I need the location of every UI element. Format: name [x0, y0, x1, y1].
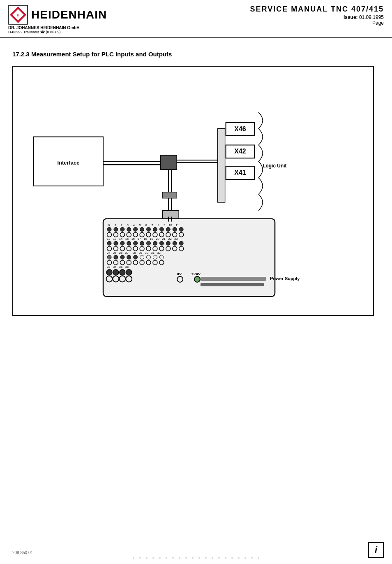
diagram-box: Interface X46 X42 X41 Logic Unit — [12, 66, 374, 316]
svg-point-49 — [113, 232, 118, 237]
svg-point-106 — [114, 255, 118, 259]
svg-text:6: 6 — [145, 223, 147, 227]
svg-text:27: 27 — [125, 251, 129, 255]
svg-point-137 — [177, 276, 183, 282]
svg-point-79 — [153, 241, 157, 245]
svg-text:26: 26 — [119, 251, 122, 255]
svg-point-50 — [120, 232, 125, 237]
svg-point-59 — [179, 232, 184, 237]
svg-text:4: 4 — [133, 223, 135, 227]
svg-text:18: 18 — [144, 237, 147, 241]
svg-text:11: 11 — [175, 223, 179, 227]
company-address: D-83292 Traunreut ☎ (0 86 69) — [8, 30, 107, 34]
svg-point-52 — [133, 232, 138, 237]
svg-text:Logic Unit: Logic Unit — [263, 163, 286, 169]
issue-info: Issue: 01.09.1995 — [250, 14, 384, 20]
svg-text:34: 34 — [113, 265, 116, 269]
svg-point-114 — [107, 260, 112, 265]
svg-text:35: 35 — [119, 265, 122, 269]
svg-rect-9 — [218, 129, 225, 202]
svg-point-134 — [126, 276, 132, 282]
svg-point-132 — [113, 276, 119, 282]
svg-text:19: 19 — [150, 237, 153, 241]
company-name: HEIDENHAIN — [31, 8, 107, 21]
main-content: 17.2.3 Measurement Setup for PLC Inputs … — [0, 38, 392, 324]
svg-point-108 — [127, 255, 131, 259]
logo-top: H HEIDENHAIN — [8, 5, 107, 25]
svg-text:0V: 0V — [177, 272, 182, 276]
svg-point-116 — [120, 260, 125, 265]
svg-point-115 — [113, 260, 118, 265]
svg-point-80 — [159, 241, 164, 245]
svg-point-110 — [140, 255, 144, 259]
svg-text:X41: X41 — [234, 169, 246, 176]
svg-point-120 — [146, 260, 151, 265]
svg-text:15: 15 — [125, 237, 129, 241]
svg-text:0: 0 — [108, 223, 110, 227]
svg-point-85 — [113, 246, 118, 251]
svg-text:7: 7 — [151, 223, 153, 227]
svg-rect-139 — [201, 277, 266, 281]
svg-text:25: 25 — [113, 251, 116, 255]
svg-text:12: 12 — [107, 237, 110, 241]
svg-point-57 — [166, 232, 171, 237]
svg-text:13: 13 — [113, 237, 116, 241]
svg-point-55 — [153, 232, 157, 237]
svg-text:10: 10 — [168, 223, 172, 227]
svg-point-42 — [147, 227, 151, 232]
svg-point-93 — [166, 246, 171, 251]
svg-point-95 — [179, 246, 184, 251]
svg-text:28: 28 — [133, 251, 136, 255]
svg-point-121 — [153, 260, 157, 265]
svg-point-74 — [120, 241, 125, 245]
page-header: H HEIDENHAIN DR. JOHANNES HEIDENHAIN Gmb… — [0, 0, 392, 38]
svg-text:33: 33 — [107, 265, 110, 269]
svg-point-41 — [140, 227, 144, 232]
svg-text:21: 21 — [162, 237, 165, 241]
svg-point-128 — [113, 269, 119, 275]
svg-point-81 — [166, 241, 170, 245]
svg-point-40 — [134, 227, 138, 232]
svg-text:8: 8 — [157, 223, 159, 227]
svg-text:9: 9 — [164, 223, 165, 227]
svg-point-44 — [159, 227, 164, 232]
svg-point-122 — [159, 260, 164, 265]
svg-point-47 — [179, 227, 183, 232]
bottom-decoration — [0, 552, 392, 564]
svg-rect-6 — [160, 155, 177, 169]
interface-label: Interface — [58, 160, 80, 166]
svg-point-87 — [127, 246, 131, 251]
svg-point-89 — [140, 246, 144, 251]
svg-text:X42: X42 — [234, 148, 246, 155]
svg-point-78 — [147, 241, 151, 245]
header-right: SERVICE MANUAL TNC 407/415 Issue: 01.09.… — [250, 5, 384, 26]
svg-point-58 — [173, 232, 177, 237]
svg-point-46 — [173, 227, 177, 232]
svg-point-119 — [140, 260, 144, 265]
svg-rect-22 — [162, 211, 179, 219]
section-title: 17.2.3 Measurement Setup for PLC Inputs … — [12, 51, 380, 58]
svg-point-109 — [134, 255, 138, 259]
svg-point-51 — [127, 232, 131, 237]
heidenhain-logo-icon: H — [8, 5, 28, 25]
svg-point-38 — [120, 227, 125, 232]
svg-point-129 — [120, 269, 125, 275]
svg-point-76 — [134, 241, 138, 245]
svg-text:14: 14 — [119, 237, 122, 241]
svg-point-75 — [127, 241, 131, 245]
svg-text:24: 24 — [107, 251, 110, 255]
svg-point-94 — [173, 246, 177, 251]
svg-point-48 — [107, 232, 112, 237]
svg-text:3: 3 — [127, 223, 129, 227]
svg-point-88 — [133, 246, 138, 251]
svg-point-77 — [140, 241, 144, 245]
svg-text:30: 30 — [145, 251, 148, 255]
svg-text:23: 23 — [174, 237, 178, 241]
svg-point-39 — [127, 227, 131, 232]
svg-point-91 — [153, 246, 157, 251]
svg-point-111 — [147, 255, 151, 259]
page-label: Page — [250, 20, 384, 26]
logo-area: H HEIDENHAIN DR. JOHANNES HEIDENHAIN Gmb… — [8, 5, 107, 34]
svg-point-112 — [153, 255, 157, 259]
svg-text:+24V: +24V — [191, 272, 201, 276]
